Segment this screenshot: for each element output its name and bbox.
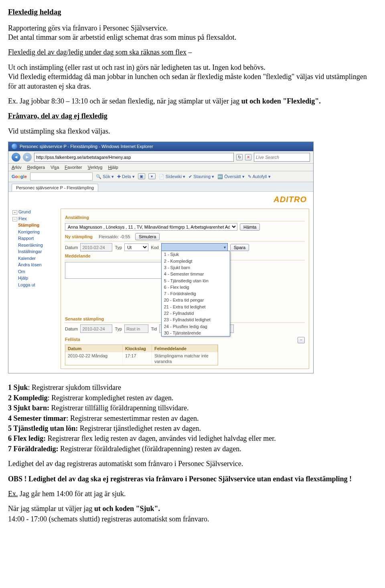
google-stavning[interactable]: ✔ Stavning ▾ (188, 174, 214, 179)
text: Ex. Jag jobbar 8:30 – 13:10 och är sedan… (8, 97, 241, 105)
google-btn-b[interactable]: ▾ (148, 173, 156, 179)
example-label: Ex. (8, 490, 18, 498)
tree-andra-losen[interactable]: Ändra lösen (18, 262, 57, 268)
back-button[interactable]: ◄ (12, 153, 20, 162)
legend-1-text: : Registrerar sjukdom tillsvidare (28, 383, 121, 391)
refresh-icon[interactable]: ↻ (236, 154, 243, 160)
kod-option[interactable]: 22 - Fyllnadstid (162, 310, 230, 316)
datum-input[interactable] (80, 243, 112, 251)
ie-address-bar: ◄ ► ↻ ✕ (8, 151, 313, 164)
google-autofyll[interactable]: ✎ Autofyll ▾ (248, 174, 271, 179)
google-dela[interactable]: ✚ Dela ▾ (117, 174, 135, 179)
collapse-icon[interactable]: − (12, 217, 17, 221)
anstallning-select[interactable]: Anna Magnusson , Löneksys , 11 , TV, Mån… (65, 223, 237, 231)
tree-rapport[interactable]: Rapport (18, 235, 57, 242)
kod-option[interactable]: 1 - Sjuk (162, 251, 230, 258)
kod-select[interactable] (161, 243, 228, 251)
text: Rapportering görs via frånvaro i Persone… (8, 24, 168, 32)
tree-installningar[interactable]: Inställningar (18, 248, 57, 255)
simulera-button[interactable]: Simulera (135, 233, 160, 240)
legend-2-text: : Registrerar kompledighet resten av dag… (48, 394, 174, 402)
legend-4-label: 4 Semester timmar (8, 414, 67, 422)
spara-button[interactable]: Spara (230, 244, 249, 251)
kod-option[interactable]: 5 - Tjänstledig utan lön (162, 278, 230, 284)
legend-4-text: : Registrerar semestertimmar resten av d… (67, 414, 199, 422)
kod-option[interactable]: 4 - Semester timmar (162, 271, 230, 277)
google-sok[interactable]: 🔍 Sök ▾ (96, 174, 114, 179)
text: Vid flexledig eftermiddag då man jobbar … (8, 73, 367, 90)
tree-hjalp[interactable]: Hjälp (18, 275, 57, 282)
menu-visa[interactable]: Visa (51, 164, 59, 170)
google-btn-a[interactable]: ▣ (138, 173, 145, 179)
legend-1-label: 1 Sjuk (8, 383, 28, 391)
legend-list: 1 Sjuk: Registrerar sjukdom tillsvidare … (8, 383, 377, 454)
collapse-icon[interactable]: − (298, 337, 305, 343)
tree-reserakning[interactable]: Reseräkning (18, 242, 57, 249)
kod-option[interactable]: 24 - Plusflex ledig dag (162, 323, 230, 330)
menu-redigera[interactable]: Redigera (27, 164, 45, 170)
brand-area: ADITRO (8, 192, 313, 205)
menu-verktyg[interactable]: Verktyg (88, 164, 103, 170)
tree-stampling[interactable]: Stämpling (18, 222, 57, 229)
text: Ut och instämpling (eller rast ut och ra… (8, 63, 265, 71)
google-search-input[interactable] (30, 172, 93, 180)
legend-6-label: 6 Flex ledig: (8, 434, 46, 442)
expand-icon[interactable]: + (12, 210, 17, 215)
window-titlebar: Personec självservice P - Flexstämpling … (8, 142, 313, 151)
form-panel: Anställning Anna Magnusson , Löneksys , … (61, 209, 309, 369)
kod-dropdown[interactable]: 1 - Sjuk 2 - Kompledigt 3 - Sjukt barn 4… (161, 251, 230, 337)
label-typ: Typ (115, 326, 122, 332)
hamta-button[interactable]: Hämta (240, 223, 260, 231)
legend-5-text: Registrerar tjänstledighet resten av dag… (78, 424, 201, 432)
menu-favoriter[interactable]: Favoriter (65, 164, 82, 170)
google-oversatt[interactable]: 🔤 Översätt ▾ (217, 174, 245, 179)
cell-msg: Stämplingarna matchar inte varandra (152, 352, 218, 365)
text: – (186, 48, 192, 56)
label-datum: Datum (65, 326, 78, 332)
label-tid: Tid (151, 326, 157, 332)
url-input[interactable] (34, 153, 234, 162)
kod-option[interactable]: 21 - Extra tid ledighet (162, 304, 230, 310)
tree-kalender[interactable]: Kalender (18, 255, 57, 262)
cell-datum: 2010-02-22 Måndag (65, 352, 123, 365)
menu-arkiv[interactable]: AArkivrkiv (12, 164, 21, 170)
ie-tab[interactable]: Personec självservice P - Flexstämpling (12, 184, 98, 191)
obs-warning: OBS ! Ledighet del av dag ska ej registr… (8, 474, 377, 484)
section-fellista: Fellista (65, 337, 80, 343)
fellista-table: Datum Klockslag Felmeddelande 2010-02-22… (65, 345, 218, 366)
embedded-screenshot: Personec självservice P - Flexstämpling … (8, 142, 314, 373)
typ-select[interactable]: Ut (124, 243, 148, 251)
google-logo: Google (12, 174, 27, 179)
paragraph: Ex. Jag går hem 14:00 för att jag är sju… (8, 489, 377, 499)
google-toolbar: Google 🔍 Sök ▾ ✚ Dela ▾ ▣ ▾ 📄 Sidewiki ▾… (8, 171, 313, 182)
tree-logga-ut[interactable]: Logga ut (18, 282, 57, 288)
tree-grund[interactable]: +Grund (12, 209, 57, 215)
heading-flexledig-del-av-dag: Flexledig del av dag/ledig under dag som… (8, 48, 186, 56)
kod-option[interactable]: 3 - Sjukt barn (162, 264, 230, 271)
paragraph: Vid utstämpling ska flexkod väljas. (8, 127, 377, 136)
paragraph: Ledighet del av dag registreras automati… (8, 459, 377, 468)
kod-option[interactable]: 23 - Fyllnadstid ledighet (162, 316, 230, 323)
tree-flex[interactable]: −Flex (12, 215, 57, 222)
tree-om[interactable]: Om (18, 268, 57, 275)
kod-option[interactable]: 20 - Extra tid pengar (162, 297, 230, 303)
legend-2-label: 2 Kompledig (8, 394, 48, 402)
ie-icon (12, 144, 17, 149)
text: Jag går hem 14:00 för att jag är sjuk. (18, 490, 126, 498)
kod-option[interactable]: 7 - Föräldraledig (162, 290, 230, 297)
stop-icon[interactable]: ✕ (245, 154, 251, 160)
forward-button[interactable]: ► (23, 153, 32, 162)
col-datum: Datum (65, 345, 123, 352)
kod-option[interactable]: 2 - Kompledigt (162, 258, 230, 264)
tree-korrigering[interactable]: Korrigering (18, 229, 57, 235)
legend-7-text: Registrerar föräldraledighet (föräldrape… (58, 445, 241, 453)
menu-hjalp[interactable]: Hjälp (108, 164, 118, 170)
section-ny-stampling: Ny stämpling Flexsaldo: -0:55 Simulera (65, 233, 305, 241)
text-bold: ut och koden "Sjuk". (94, 505, 160, 513)
kod-option[interactable]: 30 - Tjänsteärende (162, 330, 230, 336)
heading-franvaro: Frånvaro, del av dag ej flexledig (8, 112, 377, 121)
google-sidewiki[interactable]: 📄 Sidewiki ▾ (159, 174, 185, 179)
col-felmeddelande: Felmeddelande (152, 345, 218, 352)
kod-option[interactable]: 6 - Flex ledig (162, 284, 230, 290)
search-input[interactable] (254, 153, 310, 162)
